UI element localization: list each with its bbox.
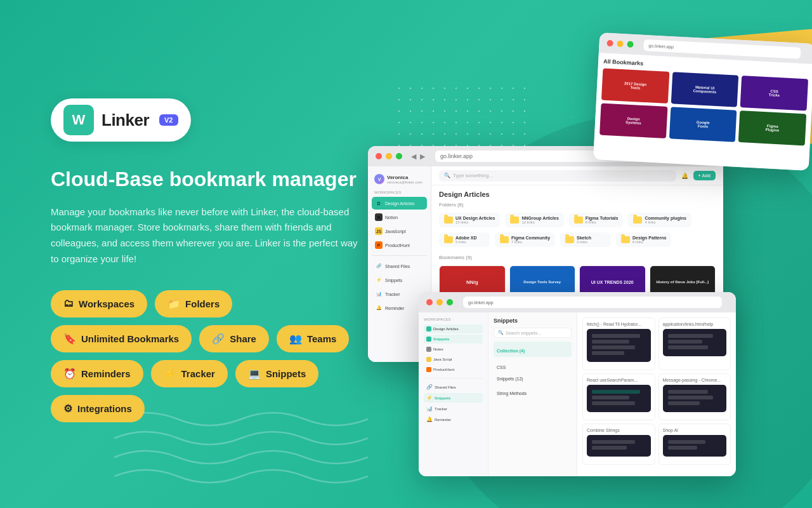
snip-collection-label: Collection (4)	[497, 349, 525, 353]
folder-patterns[interactable]: Design Patterns 6 links	[616, 232, 671, 247]
code-line-16	[668, 440, 705, 444]
folder-ux-info: UX Design Articles 15 links	[455, 216, 495, 224]
folder-icon-ux	[444, 217, 453, 224]
folder-ux[interactable]: UX Design Articles 15 links	[439, 213, 500, 227]
code-line-3	[592, 345, 635, 349]
ph-dot-sec	[426, 367, 431, 372]
teams-label: Teams	[307, 333, 336, 344]
sidebar-ph-sec[interactable]: ProductHunt	[424, 365, 483, 374]
code-area: fetch() - Read Til Hydrator... applicati…	[577, 312, 736, 476]
code-line-13	[668, 401, 700, 405]
bm-card-3: CSSTricks	[740, 76, 808, 110]
bookmarks-count-label: Bookmarks (9)	[431, 252, 723, 263]
pill-share[interactable]: 🔗 Share	[199, 325, 269, 352]
tracker-sec[interactable]: 📊 Tracker	[424, 404, 483, 413]
code-block-2	[663, 329, 727, 356]
app-header: 🔍 Type something... 🔔 + Add	[431, 166, 723, 185]
divider-sec	[424, 378, 483, 378]
reminder-label-sec: Reminder	[435, 418, 451, 422]
code-line-7	[668, 345, 708, 349]
folders-label: Folders (8)	[431, 201, 723, 209]
snippets-nav-sec[interactable]: ⚡ Snippets	[424, 393, 483, 403]
url-text: go.linker.app	[440, 153, 473, 159]
close-dot	[606, 40, 613, 47]
maximize-dot-sec	[447, 299, 453, 305]
share-icon: 🔗	[212, 333, 225, 345]
tracker-label-sec: Tracker	[435, 407, 447, 411]
pill-teams[interactable]: 👥 Teams	[277, 325, 349, 352]
pill-workspaces[interactable]: 🗂 Workspaces	[51, 290, 147, 318]
browser-bar-secondary: go.linker.app	[419, 292, 736, 312]
code-line-12	[668, 396, 714, 399]
folder-community-info: Community plugins 4 links	[645, 216, 686, 224]
snippets-search[interactable]: 🔍 Search snippets...	[494, 328, 572, 338]
pill-bookmarks[interactable]: 🔖 Unlimited Bookmarks	[51, 325, 192, 352]
url-bar-sec: go.linker.app	[463, 297, 722, 308]
snippets-nav-label-sec: Snippets	[435, 396, 450, 400]
snip-collection[interactable]: Collection (4)	[494, 342, 572, 357]
search-bar[interactable]: 🔍 Type something...	[439, 170, 676, 182]
folder-nn-info: NNGroup Articles 12 links	[521, 216, 558, 224]
code-card-2-title: application/links.html/help	[663, 322, 727, 326]
sidebar-js-sec[interactable]: Java Script	[424, 355, 483, 364]
reminders-icon: ⏰	[63, 368, 76, 380]
snip-string-label: String Methods	[497, 391, 527, 396]
version-badge: V2	[159, 114, 178, 126]
logo-icon: W	[63, 105, 94, 135]
sidebar-design-sec[interactable]: Design Articles	[424, 324, 483, 333]
bm-card-6: FigmaPlugins	[738, 110, 806, 145]
design-label-sec: Design Articles	[433, 327, 459, 331]
hero-content: W Linker V2 Cloud-Base bookmark manager …	[0, 0, 406, 508]
code-line-15	[592, 446, 627, 450]
nav-icons: ◀▶	[411, 152, 425, 161]
pill-integrations[interactable]: ⚙ Integrations	[51, 395, 145, 422]
code-card-5-title: Combine Strings	[587, 428, 651, 432]
code-line-9	[592, 396, 629, 399]
folders-row: UX Design Articles 15 links NNGroup Arti…	[431, 210, 723, 250]
folder-figma[interactable]: Figma Tutorials 8 links	[569, 213, 624, 227]
snippets-nav-icon-sec: ⚡	[426, 395, 433, 401]
folder-icon-adobe	[444, 236, 453, 243]
bm-card-5: GoogleFonts	[669, 107, 737, 142]
snippets-label-sec: Snippets	[433, 337, 449, 341]
folder-sketch[interactable]: Sketch 3 links	[560, 232, 611, 247]
folder-adobe[interactable]: Adobe XD 5 links	[439, 232, 490, 247]
folder-nn[interactable]: NNGroup Articles 12 links	[505, 213, 563, 227]
pill-tracker[interactable]: ⚡ Tracker	[151, 360, 228, 387]
add-button[interactable]: + Add	[693, 171, 716, 180]
shared-icon-sec: 🔗	[426, 384, 433, 390]
logo-container: W Linker V2	[51, 98, 191, 142]
snip-string[interactable]: String Methods	[494, 384, 572, 399]
folder-figma-community-info: Figma Community 7 links	[511, 236, 550, 244]
bm-card-2: Material UIComponents	[671, 72, 738, 107]
bm-card-1: 2017 DesignTools	[601, 69, 669, 104]
reminder-sec[interactable]: 🔔 Reminder	[424, 415, 483, 424]
mockups-area: go.linker.app All Bookmarks 2017 DesignT…	[368, 0, 812, 508]
snip-css[interactable]: CSS	[494, 358, 572, 373]
pill-folders[interactable]: 📁 Folders	[155, 290, 232, 318]
snippets-title-sec: Snippets	[494, 318, 572, 324]
sidebar-snippets-sec[interactable]: Snippets	[424, 335, 483, 344]
folder-community[interactable]: Community plugins 4 links	[628, 213, 691, 227]
pill-reminders[interactable]: ⏰ Reminders	[51, 360, 143, 387]
sidebar-notes-sec[interactable]: Notes	[424, 345, 483, 354]
notes-dot-sec	[426, 347, 431, 352]
shared-files-sec[interactable]: 🔗 Shared Files	[424, 382, 483, 392]
secondary-content: WORKSPACES Design Articles Snippets Note…	[419, 312, 736, 476]
shared-label-sec: Shared Files	[435, 385, 456, 389]
close-dot-sec	[426, 299, 433, 305]
snip-css-label: CSS	[497, 365, 506, 370]
snip-snippets[interactable]: Snippets (12)	[494, 375, 572, 383]
folder-patterns-info: Design Patterns 6 links	[632, 236, 666, 244]
integrations-icon: ⚙	[63, 403, 72, 415]
code-block-1	[587, 329, 651, 362]
pill-snippets[interactable]: 💻 Snippets	[235, 360, 318, 387]
folder-icon-figma-c	[500, 236, 509, 243]
reminders-label: Reminders	[81, 368, 131, 379]
code-line-14	[592, 440, 635, 444]
folder-figma-community[interactable]: Figma Community 7 links	[495, 232, 555, 247]
folder-icon-patterns	[621, 236, 630, 243]
tracker-label: Tracker	[181, 368, 215, 379]
section-title: Design Articles	[431, 185, 723, 201]
design-dot-sec	[426, 326, 431, 331]
